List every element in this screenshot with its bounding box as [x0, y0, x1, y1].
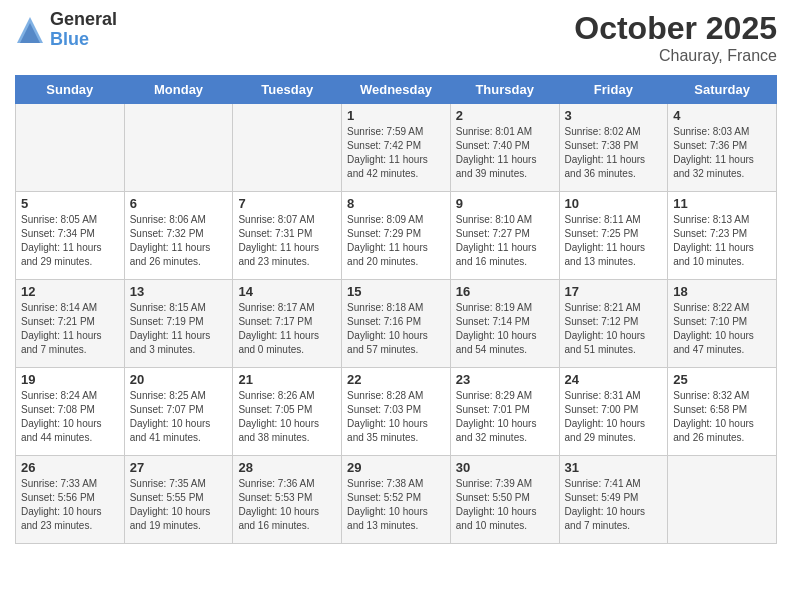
calendar-cell: 26Sunrise: 7:33 AM Sunset: 5:56 PM Dayli…	[16, 456, 125, 544]
calendar-cell: 6Sunrise: 8:06 AM Sunset: 7:32 PM Daylig…	[124, 192, 233, 280]
logo-blue: Blue	[50, 30, 117, 50]
cell-content: Sunrise: 8:21 AM Sunset: 7:12 PM Dayligh…	[565, 301, 663, 357]
day-number: 10	[565, 196, 663, 211]
cell-content: Sunrise: 8:03 AM Sunset: 7:36 PM Dayligh…	[673, 125, 771, 181]
logo-general: General	[50, 10, 117, 30]
calendar-cell: 8Sunrise: 8:09 AM Sunset: 7:29 PM Daylig…	[342, 192, 451, 280]
day-number: 20	[130, 372, 228, 387]
title-block: October 2025 Chauray, France	[574, 10, 777, 65]
day-number: 14	[238, 284, 336, 299]
cell-content: Sunrise: 7:33 AM Sunset: 5:56 PM Dayligh…	[21, 477, 119, 533]
col-tuesday: Tuesday	[233, 76, 342, 104]
cell-content: Sunrise: 8:26 AM Sunset: 7:05 PM Dayligh…	[238, 389, 336, 445]
calendar-cell: 23Sunrise: 8:29 AM Sunset: 7:01 PM Dayli…	[450, 368, 559, 456]
day-number: 23	[456, 372, 554, 387]
calendar-cell	[233, 104, 342, 192]
logo-icon	[15, 15, 45, 45]
cell-content: Sunrise: 8:32 AM Sunset: 6:58 PM Dayligh…	[673, 389, 771, 445]
day-number: 1	[347, 108, 445, 123]
day-number: 19	[21, 372, 119, 387]
page-container: General Blue October 2025 Chauray, Franc…	[0, 0, 792, 554]
cell-content: Sunrise: 8:06 AM Sunset: 7:32 PM Dayligh…	[130, 213, 228, 269]
day-number: 25	[673, 372, 771, 387]
col-sunday: Sunday	[16, 76, 125, 104]
calendar-week-1: 1Sunrise: 7:59 AM Sunset: 7:42 PM Daylig…	[16, 104, 777, 192]
calendar-cell: 30Sunrise: 7:39 AM Sunset: 5:50 PM Dayli…	[450, 456, 559, 544]
header-row: Sunday Monday Tuesday Wednesday Thursday…	[16, 76, 777, 104]
day-number: 31	[565, 460, 663, 475]
calendar-cell: 5Sunrise: 8:05 AM Sunset: 7:34 PM Daylig…	[16, 192, 125, 280]
day-number: 8	[347, 196, 445, 211]
day-number: 9	[456, 196, 554, 211]
calendar-body: 1Sunrise: 7:59 AM Sunset: 7:42 PM Daylig…	[16, 104, 777, 544]
cell-content: Sunrise: 7:36 AM Sunset: 5:53 PM Dayligh…	[238, 477, 336, 533]
day-number: 4	[673, 108, 771, 123]
calendar-cell: 4Sunrise: 8:03 AM Sunset: 7:36 PM Daylig…	[668, 104, 777, 192]
day-number: 11	[673, 196, 771, 211]
cell-content: Sunrise: 8:25 AM Sunset: 7:07 PM Dayligh…	[130, 389, 228, 445]
cell-content: Sunrise: 8:13 AM Sunset: 7:23 PM Dayligh…	[673, 213, 771, 269]
cell-content: Sunrise: 7:39 AM Sunset: 5:50 PM Dayligh…	[456, 477, 554, 533]
col-monday: Monday	[124, 76, 233, 104]
calendar-cell: 20Sunrise: 8:25 AM Sunset: 7:07 PM Dayli…	[124, 368, 233, 456]
calendar-cell	[668, 456, 777, 544]
cell-content: Sunrise: 8:18 AM Sunset: 7:16 PM Dayligh…	[347, 301, 445, 357]
col-saturday: Saturday	[668, 76, 777, 104]
calendar-cell	[124, 104, 233, 192]
calendar-week-4: 19Sunrise: 8:24 AM Sunset: 7:08 PM Dayli…	[16, 368, 777, 456]
day-number: 30	[456, 460, 554, 475]
day-number: 3	[565, 108, 663, 123]
cell-content: Sunrise: 8:14 AM Sunset: 7:21 PM Dayligh…	[21, 301, 119, 357]
day-number: 13	[130, 284, 228, 299]
calendar-cell: 28Sunrise: 7:36 AM Sunset: 5:53 PM Dayli…	[233, 456, 342, 544]
day-number: 29	[347, 460, 445, 475]
day-number: 26	[21, 460, 119, 475]
month-title: October 2025	[574, 10, 777, 47]
cell-content: Sunrise: 7:38 AM Sunset: 5:52 PM Dayligh…	[347, 477, 445, 533]
day-number: 18	[673, 284, 771, 299]
calendar-cell: 24Sunrise: 8:31 AM Sunset: 7:00 PM Dayli…	[559, 368, 668, 456]
cell-content: Sunrise: 8:07 AM Sunset: 7:31 PM Dayligh…	[238, 213, 336, 269]
calendar-cell: 21Sunrise: 8:26 AM Sunset: 7:05 PM Dayli…	[233, 368, 342, 456]
cell-content: Sunrise: 8:15 AM Sunset: 7:19 PM Dayligh…	[130, 301, 228, 357]
cell-content: Sunrise: 8:09 AM Sunset: 7:29 PM Dayligh…	[347, 213, 445, 269]
calendar-week-5: 26Sunrise: 7:33 AM Sunset: 5:56 PM Dayli…	[16, 456, 777, 544]
day-number: 16	[456, 284, 554, 299]
cell-content: Sunrise: 8:29 AM Sunset: 7:01 PM Dayligh…	[456, 389, 554, 445]
day-number: 5	[21, 196, 119, 211]
col-thursday: Thursday	[450, 76, 559, 104]
calendar-cell: 15Sunrise: 8:18 AM Sunset: 7:16 PM Dayli…	[342, 280, 451, 368]
calendar-week-3: 12Sunrise: 8:14 AM Sunset: 7:21 PM Dayli…	[16, 280, 777, 368]
col-wednesday: Wednesday	[342, 76, 451, 104]
day-number: 28	[238, 460, 336, 475]
calendar-cell: 14Sunrise: 8:17 AM Sunset: 7:17 PM Dayli…	[233, 280, 342, 368]
cell-content: Sunrise: 8:22 AM Sunset: 7:10 PM Dayligh…	[673, 301, 771, 357]
day-number: 27	[130, 460, 228, 475]
calendar-header: Sunday Monday Tuesday Wednesday Thursday…	[16, 76, 777, 104]
calendar-cell: 13Sunrise: 8:15 AM Sunset: 7:19 PM Dayli…	[124, 280, 233, 368]
day-number: 15	[347, 284, 445, 299]
cell-content: Sunrise: 8:01 AM Sunset: 7:40 PM Dayligh…	[456, 125, 554, 181]
calendar-cell: 7Sunrise: 8:07 AM Sunset: 7:31 PM Daylig…	[233, 192, 342, 280]
calendar-cell: 16Sunrise: 8:19 AM Sunset: 7:14 PM Dayli…	[450, 280, 559, 368]
calendar-cell: 18Sunrise: 8:22 AM Sunset: 7:10 PM Dayli…	[668, 280, 777, 368]
calendar-cell: 19Sunrise: 8:24 AM Sunset: 7:08 PM Dayli…	[16, 368, 125, 456]
calendar-cell: 1Sunrise: 7:59 AM Sunset: 7:42 PM Daylig…	[342, 104, 451, 192]
cell-content: Sunrise: 8:19 AM Sunset: 7:14 PM Dayligh…	[456, 301, 554, 357]
calendar-cell	[16, 104, 125, 192]
day-number: 12	[21, 284, 119, 299]
calendar-cell: 11Sunrise: 8:13 AM Sunset: 7:23 PM Dayli…	[668, 192, 777, 280]
day-number: 2	[456, 108, 554, 123]
calendar-week-2: 5Sunrise: 8:05 AM Sunset: 7:34 PM Daylig…	[16, 192, 777, 280]
logo-text: General Blue	[50, 10, 117, 50]
cell-content: Sunrise: 8:10 AM Sunset: 7:27 PM Dayligh…	[456, 213, 554, 269]
day-number: 7	[238, 196, 336, 211]
calendar-cell: 2Sunrise: 8:01 AM Sunset: 7:40 PM Daylig…	[450, 104, 559, 192]
cell-content: Sunrise: 8:05 AM Sunset: 7:34 PM Dayligh…	[21, 213, 119, 269]
day-number: 22	[347, 372, 445, 387]
cell-content: Sunrise: 7:41 AM Sunset: 5:49 PM Dayligh…	[565, 477, 663, 533]
col-friday: Friday	[559, 76, 668, 104]
day-number: 24	[565, 372, 663, 387]
calendar-cell: 31Sunrise: 7:41 AM Sunset: 5:49 PM Dayli…	[559, 456, 668, 544]
calendar-cell: 10Sunrise: 8:11 AM Sunset: 7:25 PM Dayli…	[559, 192, 668, 280]
